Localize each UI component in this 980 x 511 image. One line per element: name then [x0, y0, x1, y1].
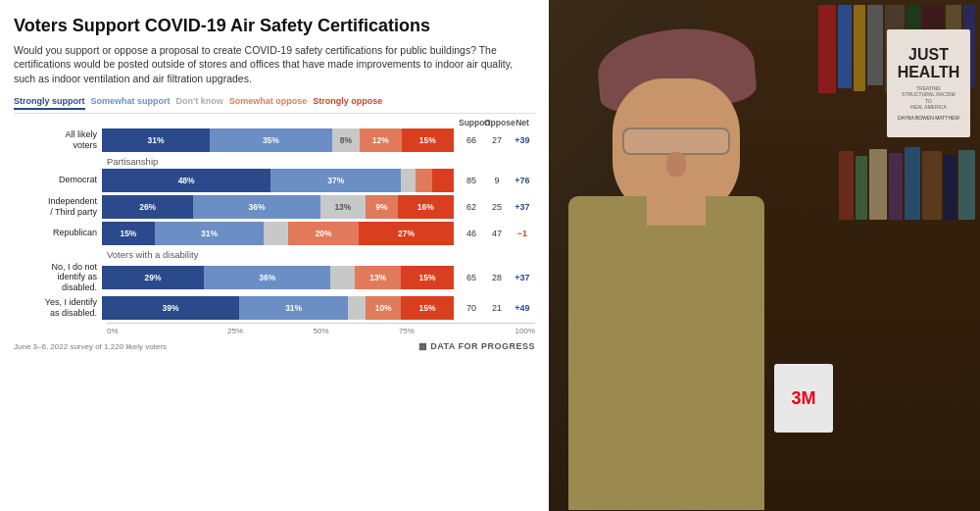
x-axis: 0% 25% 50% 75% 100% — [107, 327, 535, 335]
shirt — [568, 196, 764, 510]
footer-brand: ▦ DATA FOR PROGRESS — [418, 341, 535, 351]
book-r2-7 — [944, 155, 956, 220]
stat-oppose-6: 28 — [484, 273, 510, 282]
legend-row: Strongly support Somewhat support Don't … — [14, 96, 535, 114]
bar-segment-7-0: 39% — [102, 296, 239, 320]
bar-container-4: 15%31%20%27% — [102, 222, 454, 245]
x-tick-50: 50% — [278, 327, 364, 335]
row-label-7: Yes, I identify as disabled. — [14, 297, 102, 319]
x-tick-25: 25% — [192, 327, 277, 335]
x-tick-0: 0% — [107, 327, 192, 335]
stat-oppose-0: 27 — [484, 135, 510, 145]
bar-segment-6-3: 13% — [355, 266, 401, 289]
bar-segment-3-4: 16% — [398, 195, 454, 219]
chart-footer: June 3–6, 2022 survey of 1,220 likely vo… — [14, 341, 535, 351]
nose — [666, 152, 686, 177]
column-headers: Support Oppose Net — [459, 118, 535, 128]
stat-support-0: 66 — [459, 135, 484, 145]
person-background: JUSTHEALTH TREATINGSTRUCTURAL RACISMTOHE… — [549, 0, 980, 511]
row-label-0: All likely voters — [14, 129, 102, 151]
book-r2-8 — [958, 150, 975, 220]
chart-row-0: All likely voters31%35%8%12%15%6627+39 — [14, 128, 535, 152]
oppose-header: Oppose — [484, 118, 510, 128]
row-label-2: Democrat — [14, 175, 102, 185]
legend-strongly-oppose: Strongly oppose — [313, 96, 382, 110]
stats-area-2: 859+76 — [459, 176, 535, 185]
stat-net-3: +37 — [510, 202, 535, 212]
bar-chart-area: All likely voters31%35%8%12%15%6627+39Pa… — [14, 128, 535, 320]
legend-items-left: Strongly support Somewhat support Don't … — [14, 96, 535, 110]
just-health-book: JUSTHEALTH TREATINGSTRUCTURAL RACISMTOHE… — [887, 29, 970, 137]
book-1 — [818, 5, 836, 93]
bar-container-6: 29%36%13%15% — [102, 266, 454, 289]
chart-row-7: Yes, I identify as disabled.39%31%10%15%… — [14, 296, 535, 320]
book-2 — [838, 5, 852, 88]
chart-row-3: Independent / Third party26%36%13%9%16%6… — [14, 195, 535, 219]
footer-note: June 3–6, 2022 survey of 1,220 likely vo… — [14, 342, 167, 351]
stat-support-6: 65 — [459, 273, 484, 282]
chart-row-2: Democrat48%37%859+76 — [14, 169, 535, 192]
bar-segment-2-3 — [416, 169, 433, 192]
header-row: Support Oppose Net — [107, 118, 535, 128]
bar-segment-6-0: 29% — [102, 266, 204, 289]
book-r2-1 — [839, 151, 854, 220]
stats-area-4: 4647−1 — [459, 229, 535, 238]
bar-segment-2-0: 48% — [102, 169, 270, 192]
bar-container-7: 39%31%10%15% — [102, 296, 454, 320]
x-axis-line — [107, 323, 535, 324]
book-row-2 — [839, 147, 975, 220]
chart-title: Voters Support COVID-19 Air Safety Certi… — [14, 16, 535, 37]
bar-segment-7-1: 31% — [239, 296, 348, 320]
stat-net-4: −1 — [510, 229, 535, 238]
bar-segment-3-0: 26% — [102, 195, 193, 219]
book-r2-2 — [856, 156, 867, 220]
x-tick-100: 100% — [450, 327, 535, 335]
bar-container-2: 48%37% — [102, 169, 454, 192]
chart-subtitle: Would you support or oppose a proposal t… — [14, 43, 535, 86]
bar-segment-2-1: 37% — [270, 169, 401, 192]
bar-segment-0-1: 35% — [210, 128, 331, 152]
stat-support-4: 46 — [459, 229, 484, 238]
bar-segment-2-2 — [401, 169, 415, 192]
support-header: Support — [459, 118, 484, 128]
section-header-1: Partisanship — [107, 156, 535, 167]
bar-segment-3-1: 36% — [193, 195, 319, 219]
3m-box: 3M — [774, 364, 833, 433]
section-header-5: Voters with a disability — [107, 249, 535, 260]
chart-row-4: Republican15%31%20%27%4647−1 — [14, 222, 535, 245]
legend-somewhat-support: Somewhat support — [91, 96, 171, 110]
net-header: Net — [510, 118, 535, 128]
stats-area-3: 6225+37 — [459, 202, 535, 212]
row-label-3: Independent / Third party — [14, 196, 102, 218]
book-subtitle: TREATINGSTRUCTURAL RACISMTOHEAL AMERICA — [902, 85, 955, 111]
stat-support-2: 85 — [459, 176, 484, 185]
bar-segment-4-2 — [264, 222, 288, 245]
book-author: DAYNA BOWEN MATTHEW — [898, 115, 959, 121]
stat-net-0: +39 — [510, 135, 535, 145]
legend-dont-know: Don't know — [176, 96, 223, 110]
stat-net-7: +49 — [510, 303, 535, 313]
bar-segment-0-2: 8% — [332, 128, 360, 152]
book-title-just: JUSTHEALTH — [898, 46, 960, 80]
chart-panel: Voters Support COVID-19 Air Safety Certi… — [0, 0, 549, 511]
stat-oppose-3: 25 — [484, 202, 510, 212]
book-4 — [867, 5, 883, 85]
book-r2-4 — [889, 153, 903, 220]
bar-segment-6-2 — [330, 266, 355, 289]
stat-support-7: 70 — [459, 303, 484, 313]
chart-row-6: No, I do not identify as disabled.29%36%… — [14, 262, 535, 293]
neck — [647, 186, 706, 226]
photo-panel: JUSTHEALTH TREATINGSTRUCTURAL RACISMTOHE… — [549, 0, 980, 511]
bar-segment-2-4 — [432, 169, 454, 192]
bar-segment-4-3: 20% — [288, 222, 359, 245]
bar-segment-0-4: 15% — [402, 128, 454, 152]
bar-segment-0-3: 12% — [360, 128, 402, 152]
stats-area-6: 6528+37 — [459, 273, 535, 282]
bar-container-3: 26%36%13%9%16% — [102, 195, 454, 219]
3m-logo: 3M — [791, 388, 815, 409]
stat-oppose-2: 9 — [484, 176, 510, 185]
legend-strongly-support: Strongly support — [14, 96, 85, 110]
bar-segment-4-4: 27% — [359, 222, 454, 245]
bar-segment-3-2: 13% — [320, 195, 367, 219]
stat-support-3: 62 — [459, 202, 484, 212]
